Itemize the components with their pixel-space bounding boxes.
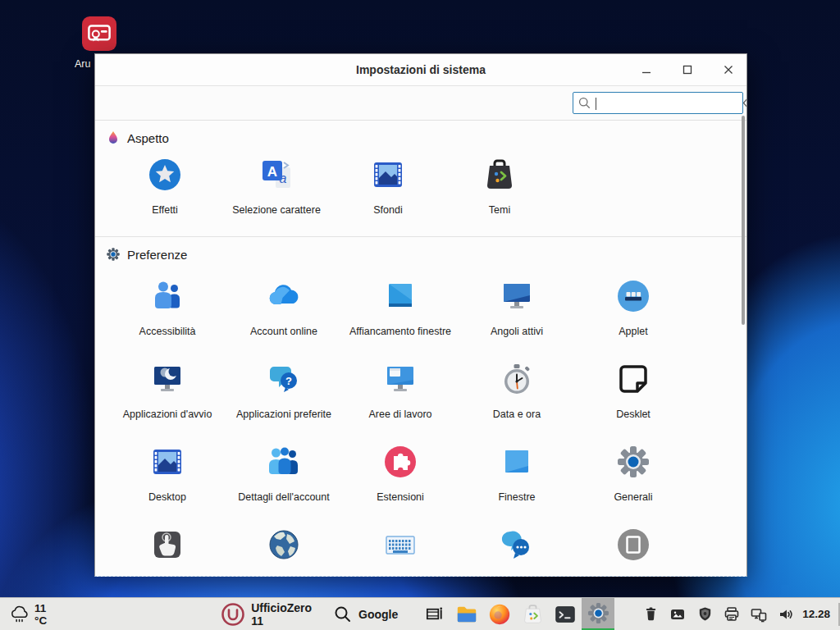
tile-themes[interactable]: Temi — [444, 157, 555, 223]
window-title: Impostazioni di sistema — [356, 63, 486, 76]
tile-desktop[interactable]: Desktop — [109, 444, 226, 510]
trash-icon[interactable] — [641, 605, 660, 624]
tile-font-select[interactable]: aASelezione carattere — [221, 157, 332, 223]
menu-label: UfficioZero 11 — [251, 601, 312, 628]
screensaver-icon — [615, 527, 651, 563]
svg-text:A: A — [267, 164, 277, 180]
tile-label: Dettagli dell'account — [238, 484, 329, 510]
backgrounds-icon — [370, 157, 406, 193]
tile-label: Sfondi — [373, 197, 402, 223]
tile-label: Account online — [250, 318, 317, 345]
tile-input-method[interactable]: Metodo di — [342, 527, 459, 577]
tile-windows[interactable]: Finestre — [459, 444, 575, 510]
tile-label: Desklet — [616, 401, 651, 427]
tile-workspaces[interactable]: Aree di lavoro — [342, 361, 459, 427]
titlebar[interactable]: Impostazioni di sistema — [95, 54, 746, 86]
tile-label: Angoli attivi — [491, 318, 543, 345]
search-box[interactable] — [573, 92, 743, 114]
tile-screensaver[interactable] — [575, 527, 692, 577]
tile-account-details[interactable]: Dettagli dell'account — [226, 444, 342, 510]
close-button[interactable] — [719, 60, 738, 80]
text-caret — [596, 98, 596, 110]
tile-effects[interactable]: Effetti — [109, 157, 221, 223]
desktop-icon — [149, 444, 185, 480]
tile-grid-preferenze: AccessibilitàAccount onlineAffiancamento… — [95, 278, 746, 577]
section-title: Aspetto — [127, 131, 169, 145]
taskbar-app-firefox[interactable] — [483, 598, 516, 630]
tile-label: Effetti — [152, 197, 178, 223]
tile-general[interactable]: Generali — [575, 444, 692, 510]
ufficiozero-logo-icon — [221, 602, 245, 627]
scrollbar-thumb[interactable] — [742, 116, 745, 325]
clear-search-icon[interactable] — [742, 97, 747, 109]
tile-hot-corners[interactable]: Angoli attivi — [459, 278, 575, 345]
volume-icon[interactable] — [776, 605, 796, 624]
accessibility-icon — [149, 278, 185, 314]
rain-cloud-icon — [10, 605, 30, 624]
taskbar-app-software-store[interactable] — [516, 598, 549, 630]
tile-online-accounts[interactable]: Account online — [226, 278, 342, 345]
date-time-icon — [499, 361, 535, 397]
taskbar-app-file-manager[interactable] — [450, 598, 483, 630]
tile-label: Desktop — [148, 484, 186, 510]
tile-extensions[interactable]: Estensioni — [342, 444, 459, 510]
desklets-icon — [615, 361, 651, 397]
section-title: Preferenze — [127, 248, 187, 262]
taskbar: 11 °C UfficioZero 11 Google 12.28 — [0, 597, 840, 630]
tile-languages[interactable] — [226, 527, 342, 577]
tile-label: Accessibilità — [139, 318, 196, 345]
tile-startup-apps[interactable]: Applicazioni d'avvio — [109, 361, 226, 427]
tile-grid-aspetto: EffettiaASelezione carattereSfondiTemi — [95, 157, 746, 223]
windows-icon — [499, 444, 535, 480]
tile-label: Applicazioni d'avvio — [123, 401, 212, 427]
clock[interactable]: 12.28 — [802, 608, 830, 620]
search-row — [95, 86, 746, 121]
maximize-button[interactable] — [678, 60, 697, 80]
aruba-key-icon — [82, 16, 116, 51]
tile-window-tiling[interactable]: Affiancamento finestre — [342, 278, 459, 345]
network-icon[interactable] — [749, 605, 769, 624]
notifications-icon — [499, 527, 535, 563]
image-viewer-icon[interactable] — [668, 605, 687, 624]
settings-content: AspettoEffettiaASelezione carattereSfond… — [95, 129, 746, 577]
svg-text:?: ? — [285, 375, 292, 387]
tile-preferred-apps[interactable]: ?Applicazioni preferite — [226, 361, 342, 427]
taskbar-app-terminal[interactable] — [549, 598, 582, 630]
settings-window: Impostazioni di sistema AspettoEffetti — [94, 53, 747, 577]
tile-label: Metodo di — [378, 567, 423, 577]
printer-icon[interactable] — [722, 605, 742, 624]
applets-icon — [615, 278, 651, 314]
languages-icon — [266, 527, 302, 563]
tile-desklets[interactable]: Desklet — [575, 361, 692, 427]
window-controls — [637, 54, 738, 85]
section-divider — [95, 236, 746, 237]
taskbar-app-workspace-switcher[interactable] — [418, 598, 450, 630]
online-accounts-icon — [266, 278, 302, 314]
minimize-button[interactable] — [637, 60, 656, 80]
search-input[interactable] — [591, 93, 742, 113]
tile-label: Selezione carattere — [232, 197, 321, 223]
themes-icon — [482, 157, 518, 193]
taskbar-search-label: Google — [358, 608, 398, 621]
tile-backgrounds[interactable]: Sfondi — [332, 157, 444, 223]
tile-label: Applicazioni preferite — [236, 401, 331, 427]
tile-accessibility[interactable]: Accessibilità — [109, 278, 226, 345]
effects-icon — [147, 157, 183, 193]
security-shield-icon[interactable] — [695, 605, 714, 624]
tile-label: Temi — [489, 197, 510, 223]
tile-applets[interactable]: Applet — [575, 278, 692, 345]
tile-label: Finestre — [498, 484, 535, 510]
gestures-icon — [149, 527, 185, 563]
tile-gestures[interactable] — [109, 527, 226, 577]
tile-label: Estensioni — [377, 484, 424, 510]
preferred-apps-icon: ? — [266, 361, 302, 397]
tile-notifications[interactable] — [459, 527, 575, 577]
tile-date-time[interactable]: Data e ora — [459, 361, 575, 427]
menu-button[interactable]: UfficioZero 11 — [221, 601, 312, 628]
taskbar-app-system-settings[interactable] — [582, 598, 614, 630]
weather-applet[interactable]: 11 °C — [10, 602, 47, 627]
tile-label: Generali — [614, 484, 652, 510]
taskbar-search-button[interactable]: Google — [333, 605, 398, 624]
search-icon — [578, 96, 591, 110]
tile-label: Data e ora — [493, 401, 541, 427]
